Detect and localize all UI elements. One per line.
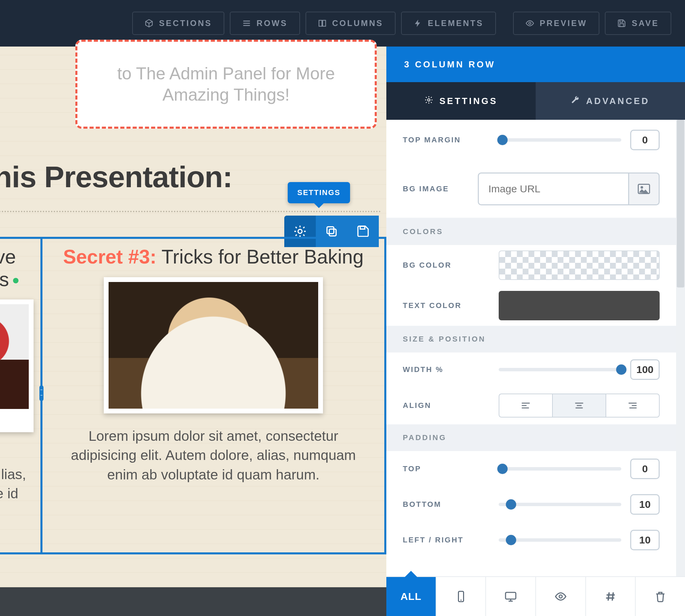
panel-tabs: SETTINGS ADVANCED bbox=[386, 82, 685, 120]
selected-row[interactable]: : Creative Solutions olor sit amet, dipi… bbox=[0, 237, 386, 554]
bg-color-swatch[interactable] bbox=[499, 251, 660, 280]
col1-text[interactable]: olor sit amet, dipisicing elit. lias, nu… bbox=[0, 445, 34, 523]
top-margin-value[interactable]: 0 bbox=[630, 130, 660, 150]
width-value[interactable]: 100 bbox=[630, 359, 660, 380]
svg-rect-9 bbox=[329, 229, 336, 236]
prompt-box[interactable]: to The Admin Panel for More Amazing Thin… bbox=[75, 40, 377, 129]
tab-advanced[interactable]: ADVANCED bbox=[536, 82, 685, 120]
row-bg-image: BG IMAGE bbox=[386, 160, 676, 218]
css-id-button[interactable] bbox=[586, 577, 636, 616]
row-padding-top: TOP 0 bbox=[386, 451, 676, 487]
elements-label: ELEMENTS bbox=[428, 18, 484, 28]
row-width: WIDTH % 100 bbox=[386, 352, 676, 387]
panel-scrollbar[interactable] bbox=[676, 120, 685, 576]
row-padding-bottom: BOTTOM 10 bbox=[386, 487, 676, 522]
bg-image-browse-button[interactable] bbox=[628, 172, 660, 205]
sections-label: SECTIONS bbox=[159, 18, 212, 28]
align-right-button[interactable] bbox=[606, 394, 660, 418]
svg-rect-7 bbox=[620, 24, 624, 27]
gear-icon bbox=[424, 95, 433, 107]
row-align: ALIGN bbox=[386, 387, 676, 424]
preview-label: PREVIEW bbox=[540, 18, 587, 28]
width-slider[interactable] bbox=[499, 368, 621, 371]
padding-lr-slider[interactable] bbox=[499, 538, 621, 542]
device-mobile-button[interactable] bbox=[436, 577, 486, 616]
columns-icon bbox=[318, 19, 327, 28]
padding-bottom-slider[interactable] bbox=[499, 503, 621, 506]
save-button[interactable]: SAVE bbox=[605, 12, 671, 35]
rows-icon bbox=[242, 19, 251, 28]
save-icon bbox=[617, 19, 626, 28]
cube-icon bbox=[145, 19, 153, 28]
column-1[interactable]: : Creative Solutions olor sit amet, dipi… bbox=[0, 239, 40, 552]
svg-point-29 bbox=[559, 595, 562, 598]
align-center-button[interactable] bbox=[552, 394, 606, 418]
section-size-position: SIZE & POSITION bbox=[386, 326, 676, 352]
tab-settings[interactable]: SETTINGS bbox=[386, 82, 536, 120]
align-left-button[interactable] bbox=[499, 394, 552, 418]
svg-point-14 bbox=[641, 187, 643, 189]
wrench-icon bbox=[571, 95, 580, 107]
preview-button[interactable]: PREVIEW bbox=[513, 12, 600, 35]
col2-text[interactable]: Lorem ipsum dolor sit amet, consectetur … bbox=[56, 426, 371, 485]
section-colors: COLORS bbox=[386, 218, 676, 245]
bg-image-input[interactable] bbox=[478, 172, 628, 205]
svg-rect-6 bbox=[620, 20, 623, 22]
section-heading[interactable]: rom This Presentation: bbox=[0, 159, 232, 194]
dotted-divider bbox=[0, 211, 381, 212]
col1-title[interactable]: : Creative Solutions bbox=[0, 246, 34, 291]
section-padding: PADDING bbox=[386, 424, 676, 451]
padding-bottom-value[interactable]: 10 bbox=[630, 494, 660, 515]
prompt-text: to The Admin Panel for More Amazing Thin… bbox=[98, 63, 354, 106]
device-desktop-button[interactable] bbox=[486, 577, 536, 616]
elements-button[interactable]: ELEMENTS bbox=[401, 12, 496, 35]
bolt-icon bbox=[413, 19, 422, 28]
row-padding-lr: LEFT / RIGHT 10 bbox=[386, 522, 676, 558]
cursor-dot-icon bbox=[13, 278, 18, 283]
svg-rect-4 bbox=[323, 20, 326, 26]
panel-title: 3 COLUMN ROW bbox=[386, 47, 685, 82]
svg-rect-11 bbox=[360, 226, 365, 229]
padding-top-value[interactable]: 0 bbox=[630, 459, 660, 479]
rows-label: ROWS bbox=[257, 18, 288, 28]
settings-tooltip: SETTINGS bbox=[288, 182, 350, 203]
padding-lr-value[interactable]: 10 bbox=[630, 530, 660, 550]
svg-line-31 bbox=[612, 592, 613, 601]
sections-button[interactable]: SECTIONS bbox=[132, 12, 224, 35]
svg-point-5 bbox=[528, 22, 531, 25]
save-label: SAVE bbox=[632, 18, 659, 28]
top-margin-slider[interactable] bbox=[499, 138, 621, 142]
svg-point-8 bbox=[298, 229, 302, 233]
row-top-margin: TOP MARGIN 0 bbox=[386, 120, 676, 160]
svg-rect-26 bbox=[506, 592, 516, 599]
svg-rect-10 bbox=[327, 227, 334, 234]
svg-line-30 bbox=[608, 592, 609, 601]
eye-icon bbox=[525, 19, 534, 28]
columns-button[interactable]: COLUMNS bbox=[306, 12, 396, 35]
col2-image[interactable] bbox=[104, 277, 323, 413]
row-text-color: TEXT COLOR bbox=[386, 285, 676, 326]
row-bg-color: BG COLOR bbox=[386, 245, 676, 285]
column-2[interactable]: Secret #3: Tricks for Better Baking Lore… bbox=[42, 239, 384, 552]
device-all-button[interactable]: ALL bbox=[386, 577, 436, 616]
col2-title[interactable]: Secret #3: Tricks for Better Baking bbox=[63, 246, 364, 268]
columns-label: COLUMNS bbox=[332, 18, 383, 28]
properties-panel: 3 COLUMN ROW SETTINGS ADVANCED TOP MARGI… bbox=[386, 47, 685, 616]
padding-top-slider[interactable] bbox=[499, 467, 621, 471]
panel-bottom-bar: ALL bbox=[386, 576, 685, 616]
visibility-button[interactable] bbox=[536, 577, 586, 616]
svg-rect-3 bbox=[319, 20, 322, 26]
col1-image[interactable] bbox=[0, 299, 34, 432]
text-color-swatch[interactable] bbox=[499, 291, 660, 320]
delete-button[interactable] bbox=[636, 577, 685, 616]
rows-button[interactable]: ROWS bbox=[230, 12, 300, 35]
svg-point-12 bbox=[428, 99, 430, 101]
